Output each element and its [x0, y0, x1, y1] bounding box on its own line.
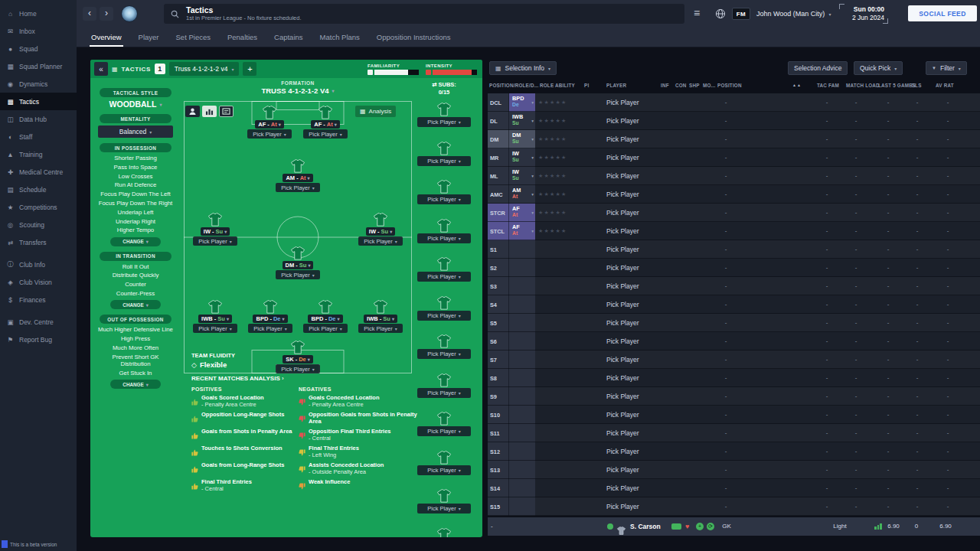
squad-row-dl[interactable]: DLIWBSu▾★★★★★Pick Player------	[488, 112, 980, 130]
social-feed-button[interactable]: SOCIAL FEED	[908, 5, 977, 21]
pick-player-button[interactable]: Pick Player▾	[417, 117, 471, 127]
tab-penalties[interactable]: Penalties	[219, 28, 266, 47]
squad-row-ml[interactable]: MLIWSu▾★★★★★Pick Player------	[488, 167, 980, 185]
sidebar-item-competitions[interactable]: ★Competitions	[0, 198, 77, 216]
role-badge[interactable]: IWB - Su▾	[364, 315, 397, 323]
squad-row-s5[interactable]: S5Pick Player------	[488, 314, 980, 332]
pick-player-button[interactable]: Pick Player▾	[303, 324, 348, 333]
pick-player-cell[interactable]: Pick Player	[606, 93, 639, 112]
pick-player-cell[interactable]: Pick Player	[606, 350, 639, 369]
col-header-inf[interactable]: INF	[661, 83, 669, 88]
col-header-con[interactable]: CON	[675, 83, 687, 88]
col-header-gls[interactable]: GLS	[911, 83, 922, 88]
squad-row-s7[interactable]: S7Pick Player------	[488, 350, 980, 369]
col-header-match-load[interactable]: MATCH LOAD	[846, 83, 880, 88]
globe-icon[interactable]	[715, 8, 726, 19]
col-header-shp[interactable]: SHP	[689, 83, 700, 88]
sidebar-item-tactics[interactable]: ▩Tactics	[0, 93, 77, 110]
pick-player-button[interactable]: Pick Player▾	[193, 236, 237, 246]
squad-row-s13[interactable]: S13Pick Player------	[488, 461, 980, 479]
pick-player-cell[interactable]: Pick Player	[606, 259, 639, 277]
col-header-av-rat[interactable]: AV RAT	[936, 83, 954, 88]
selection-info-button[interactable]: ▦ Selection Info ▾	[489, 61, 557, 75]
role-cell[interactable]: AFAt▾	[509, 222, 535, 240]
pick-player-button[interactable]: Pick Player▾	[417, 194, 471, 204]
analysis-title[interactable]: RECENT MATCHES ANALYSIS ›	[191, 375, 452, 382]
pick-player-cell[interactable]: Pick Player	[606, 442, 639, 461]
role-badge[interactable]: AM - At▾	[283, 174, 312, 182]
squad-row-s9[interactable]: S9Pick Player------	[488, 387, 980, 406]
squad-row-s12[interactable]: S12Pick Player------	[488, 442, 980, 461]
role-cell[interactable]: AMAt▾	[509, 185, 535, 204]
role-cell[interactable]: AFAt▾	[509, 204, 535, 222]
sidebar-item-dev-centre[interactable]: ▣Dev. Centre	[0, 313, 77, 331]
pick-player-button[interactable]: Pick Player▾	[417, 504, 471, 514]
role-badge[interactable]: AF - At▾	[311, 120, 340, 129]
position-token-iwb-9[interactable]: IWB - Su▾Pick Player▾	[356, 300, 405, 333]
sidebar-item-inbox[interactable]: ✉Inbox	[0, 22, 77, 40]
pick-player-cell[interactable]: Pick Player	[606, 424, 639, 442]
role-cell[interactable]: DMSu▾	[509, 130, 535, 148]
role-badge[interactable]: DM - Su▾	[283, 261, 314, 269]
role-cell[interactable]: IWSu▾	[509, 167, 535, 185]
sidebar-item-home[interactable]: ⌂Home	[0, 5, 77, 22]
pick-player-button[interactable]: Pick Player▾	[276, 364, 320, 373]
col-header-position[interactable]: POSITION	[717, 83, 742, 88]
col-header-mo[interactable]: MO...	[703, 83, 715, 88]
squad-row-stcr[interactable]: STCRAFAt▾★★★★★Pick Player------	[488, 204, 980, 222]
squad-row-s1[interactable]: S1Pick Player------	[488, 240, 980, 259]
pick-player-button[interactable]: Pick Player▾	[358, 236, 403, 246]
position-token-iw-4[interactable]: IW - Su▾Pick Player▾	[356, 213, 405, 246]
position-token-am-2[interactable]: AM - At▾Pick Player▾	[273, 159, 322, 192]
pick-player-cell[interactable]: Pick Player	[606, 406, 639, 424]
sidebar-item-squad-planner[interactable]: ▦Squad Planner	[0, 57, 77, 75]
pick-player-button[interactable]: Pick Player▾	[417, 156, 471, 166]
col-header-pi[interactable]: PI	[584, 83, 589, 88]
pick-player-cell[interactable]: Pick Player	[606, 461, 639, 479]
pick-player-cell[interactable]: Pick Player	[606, 185, 639, 204]
goalkeeper-row[interactable]: - S. Carson ♥ + ⟳ GK Light 6.90 0 6.90	[488, 517, 980, 536]
pick-player-cell[interactable]: Pick Player	[606, 167, 639, 185]
role-badge[interactable]: BPD - De▾	[308, 315, 342, 323]
search-icon[interactable]	[171, 10, 179, 18]
sidebar-item-schedule[interactable]: ▤Schedule	[0, 181, 77, 198]
pick-player-cell[interactable]: Pick Player	[606, 148, 639, 167]
role-badge[interactable]: IW - Su▾	[366, 227, 395, 236]
pick-player-cell[interactable]: Pick Player	[606, 387, 639, 406]
manager-dropdown[interactable]: John Wood (Man City) ▾	[756, 0, 831, 28]
sidebar-item-report-bug[interactable]: ⚑Report Bug	[0, 331, 77, 348]
squad-row-s3[interactable]: S3Pick Player------	[488, 277, 980, 295]
pick-player-cell[interactable]: Pick Player	[606, 130, 639, 148]
analysis-expand-link[interactable]: ›	[282, 375, 284, 382]
pick-player-cell[interactable]: Pick Player	[606, 314, 639, 332]
gk-player-name[interactable]: S. Carson	[630, 517, 661, 536]
sidebar-item-finances[interactable]: $Finances	[0, 291, 77, 308]
role-cell[interactable]: BPDDe▾	[509, 93, 535, 112]
squad-row-s8[interactable]: S8Pick Player------	[488, 369, 980, 387]
squad-row-s11[interactable]: S11Pick Player------	[488, 424, 980, 442]
position-token-af-1[interactable]: AF - At▾Pick Player▾	[301, 106, 350, 139]
filter-button[interactable]: ▼ Filter ▾	[926, 61, 967, 75]
pick-player-button[interactable]: Pick Player▾	[417, 426, 471, 436]
role-badge[interactable]: BPD - De▾	[253, 315, 287, 323]
position-token-af-0[interactable]: AF - At▾Pick Player▾	[245, 106, 294, 139]
hamburger-icon[interactable]: ≡	[694, 7, 700, 19]
pick-player-cell[interactable]: Pick Player	[606, 479, 639, 497]
tab-match-plans[interactable]: Match Plans	[312, 28, 368, 47]
tab-overview[interactable]: Overview	[83, 28, 130, 47]
sidebar-item-dynamics[interactable]: ◉Dynamics	[0, 75, 77, 93]
squad-row-s15[interactable]: S15Pick Player------	[488, 497, 980, 516]
role-cell[interactable]: IWSu▾	[509, 148, 535, 167]
pick-player-button[interactable]: Pick Player▾	[417, 388, 471, 398]
col-header-tac-fam[interactable]: TAC FAM	[817, 83, 839, 88]
pick-player-cell[interactable]: Pick Player	[606, 112, 639, 130]
position-token-bpd-7[interactable]: BPD - De▾Pick Player▾	[246, 300, 295, 333]
squad-row-mr[interactable]: MRIWSu▾★★★★★Pick Player------	[488, 148, 980, 167]
sidebar-item-medical-centre[interactable]: ✚Medical Centre	[0, 163, 77, 181]
pick-player-button[interactable]: Pick Player▾	[417, 233, 471, 243]
pick-player-button[interactable]: Pick Player▾	[193, 324, 237, 333]
pick-player-button[interactable]: Pick Player▾	[417, 465, 471, 475]
sidebar-item-transfers[interactable]: ⇄Transfers	[0, 233, 77, 251]
pick-player-button[interactable]: Pick Player▾	[417, 311, 471, 321]
position-token-bpd-8[interactable]: BPD - De▾Pick Player▾	[301, 300, 350, 333]
